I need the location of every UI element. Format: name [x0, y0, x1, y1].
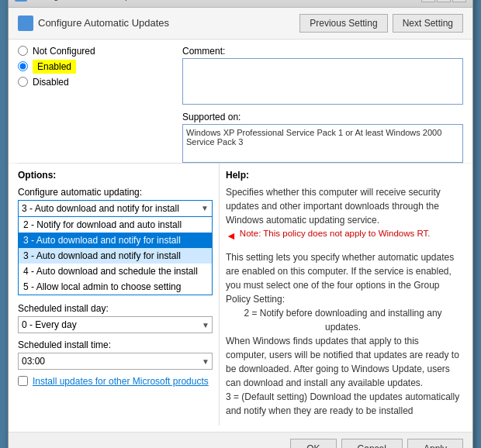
dropdown-value: 3 - Auto download and notify for install — [22, 203, 201, 214]
disabled-label[interactable]: Disabled — [33, 77, 69, 88]
next-setting-button[interactable]: Next Setting — [393, 14, 463, 33]
day-dropdown-wrapper: 0 - Every day ▼ — [18, 316, 213, 333]
close-button[interactable]: ✕ — [452, 0, 466, 2]
supported-text: Windows XP Professional Service Pack 1 o… — [182, 124, 463, 163]
red-arrow-icon: ◄ — [226, 228, 237, 244]
nav-buttons: Previous Setting Next Setting — [299, 14, 463, 33]
schedule-day-section: Scheduled install day: 0 - Every day ▼ — [18, 303, 213, 333]
bottom-section: Options: Configure automatic updating: 3… — [9, 164, 472, 432]
help-para-1: Specifies whether this computer will rec… — [226, 185, 460, 227]
dropdown-wrapper: 3 - Auto download and notify for install… — [18, 200, 213, 295]
help-note: Note: This policy does not apply to Wind… — [240, 227, 431, 240]
configure-label: Configure automatic updating: — [18, 187, 213, 198]
schedule-time-section: Scheduled install time: 03:00 ▼ — [18, 339, 213, 370]
supported-label: Supported on: — [182, 112, 463, 122]
previous-setting-button[interactable]: Previous Setting — [299, 14, 387, 33]
dialog-header-left: Configure Automatic Updates — [18, 16, 169, 31]
title-bar: Configure Automatic Updates — □ ✕ — [9, 0, 472, 8]
window-icon — [15, 0, 27, 2]
dropdown-chevron-icon: ▼ — [201, 204, 209, 212]
ms-products-label[interactable]: Install updates for other Microsoft prod… — [33, 376, 209, 387]
apply-button[interactable]: Apply — [407, 439, 463, 449]
scheduled-time-select[interactable]: 03:00 — [18, 353, 213, 370]
dropdown-item-5[interactable]: 5 - Allow local admin to choose setting — [19, 279, 212, 295]
dropdown-item-3-selected[interactable]: 3 - Auto download and notify for install — [19, 233, 212, 248]
help-scroll-area[interactable]: Specifies whether this computer will rec… — [226, 185, 463, 426]
dropdown-selected-display[interactable]: 3 - Auto download and notify for install… — [18, 200, 213, 217]
main-window: Configure Automatic Updates — □ ✕ Config… — [8, 0, 473, 448]
dropdown-item-3-highlighted[interactable]: 3 - Auto download and notify for install — [19, 248, 212, 264]
top-section: Not Configured Enabled Disabled Comment:… — [9, 40, 472, 163]
scheduled-time-label: Scheduled install time: — [18, 339, 213, 350]
checkbox-row: Install updates for other Microsoft prod… — [18, 376, 213, 387]
not-configured-label[interactable]: Not Configured — [33, 46, 95, 57]
radio-section: Not Configured Enabled Disabled — [18, 46, 173, 163]
comment-label: Comment: — [182, 46, 463, 57]
help-para-2: This setting lets you specify whether au… — [226, 250, 460, 306]
dropdown-list: 2 - Notify for download and auto install… — [18, 216, 213, 295]
dropdown-item-2[interactable]: 2 - Notify for download and auto install — [19, 217, 212, 233]
ok-button[interactable]: OK — [290, 439, 336, 449]
dialog-footer: OK Cancel Apply — [9, 432, 472, 449]
help-panel: Help: Specifies whether this computer wi… — [220, 164, 463, 426]
ms-products-checkbox[interactable] — [18, 376, 28, 386]
disabled-radio[interactable] — [18, 77, 28, 87]
enabled-option: Enabled — [18, 60, 173, 74]
disabled-option: Disabled — [18, 77, 173, 88]
maximize-button[interactable]: □ — [437, 0, 451, 2]
title-bar-left: Configure Automatic Updates — [15, 0, 153, 2]
radio-group: Not Configured Enabled Disabled — [18, 46, 173, 88]
dialog-header-icon — [18, 16, 33, 31]
comment-textarea[interactable] — [182, 58, 463, 105]
help-para-3: 2 = Notify before downloading and instal… — [226, 306, 460, 334]
dialog-header-title: Configure Automatic Updates — [38, 17, 169, 29]
dialog-header: Configure Automatic Updates Previous Set… — [9, 8, 472, 40]
scheduled-day-select[interactable]: 0 - Every day — [18, 316, 213, 333]
comment-supported-section: Comment: Supported on: Windows XP Profes… — [182, 46, 463, 163]
cancel-button[interactable]: Cancel — [341, 439, 403, 449]
dropdown-item-4[interactable]: 4 - Auto download and schedule the insta… — [19, 264, 212, 279]
time-dropdown-wrapper: 03:00 ▼ — [18, 353, 213, 370]
help-para-5: 3 = (Default setting) Download the updat… — [226, 390, 460, 418]
options-label: Options: — [18, 170, 213, 181]
not-configured-option: Not Configured — [18, 46, 173, 57]
title-controls: — □ ✕ — [421, 0, 466, 2]
help-note-row: ◄ Note: This policy does not apply to Wi… — [226, 227, 460, 244]
enabled-radio[interactable] — [18, 61, 28, 71]
not-configured-radio[interactable] — [18, 46, 28, 56]
help-para-4: When Windows finds updates that apply to… — [226, 334, 460, 390]
help-label: Help: — [226, 167, 463, 181]
minimize-button[interactable]: — — [421, 0, 435, 2]
scheduled-day-label: Scheduled install day: — [18, 303, 213, 314]
enabled-label[interactable]: Enabled — [33, 60, 76, 74]
options-panel: Options: Configure automatic updating: 3… — [18, 164, 220, 426]
window-title: Configure Automatic Updates — [32, 0, 153, 1]
